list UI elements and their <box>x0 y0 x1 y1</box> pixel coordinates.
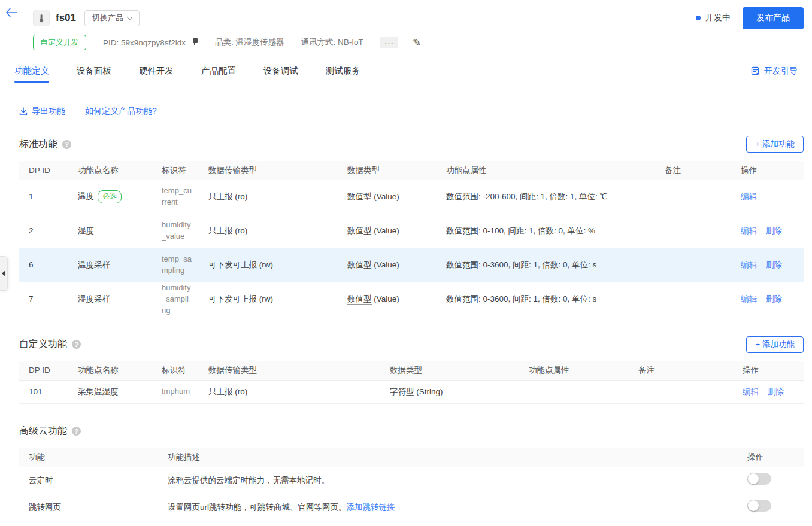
more-button[interactable]: ··· <box>380 37 398 48</box>
cell-actions: 编辑 <box>731 191 804 203</box>
cell-properties: 数值范围: 0-3600, 间距: 1, 倍数: 0, 单位: s <box>437 293 655 305</box>
help-icon[interactable]: ? <box>72 427 81 436</box>
cell-dp-id: 6 <box>19 259 68 271</box>
copy-icon[interactable] <box>190 38 198 47</box>
toggle-switch[interactable] <box>747 500 771 512</box>
product-thumbnail <box>33 10 50 26</box>
cell-dp-id: 2 <box>19 225 68 237</box>
table-row: 跳转网页 设置网页url跳转功能，可跳转商城、官网等网页。添加跳转链接 <box>19 494 804 521</box>
edit-link[interactable]: 编辑 <box>741 225 757 237</box>
column-header-actions: 操作 <box>733 364 804 376</box>
cell-actions: 编辑删除 <box>731 225 804 237</box>
export-function-link[interactable]: 导出功能 <box>19 106 65 117</box>
edit-link[interactable]: 编辑 <box>743 386 759 398</box>
download-icon <box>19 107 28 115</box>
toggle-switch[interactable] <box>747 473 771 485</box>
status-label: 开发中 <box>705 13 731 23</box>
cell-transfer-type: 可下发可上报 (rw) <box>199 259 338 271</box>
cell-actions: 编辑删除 <box>733 386 804 398</box>
tab-test-service[interactable]: 测试服务 <box>326 59 360 83</box>
howto-define-link[interactable]: 如何定义产品功能? <box>85 106 157 117</box>
cell-function-name: 温度采样 <box>68 259 152 271</box>
tab-hardware-dev[interactable]: 硬件开发 <box>139 59 174 83</box>
column-header-identifier: 标识符 <box>152 364 199 376</box>
cell-transfer-type: 只上报 (ro) <box>199 225 338 237</box>
cell-transfer-type: 只上报 (ro) <box>199 386 380 398</box>
cell-dp-id: 1 <box>19 191 68 203</box>
cloud-functions-section: 高级云功能 ? 功能 功能描述 操作 云定时 涂鸦云提供的云端定时能力，无需本地… <box>19 423 804 521</box>
back-button[interactable] <box>4 5 19 20</box>
switch-product-button[interactable]: 切换产品 <box>84 10 140 26</box>
column-header-datatype: 数据类型 <box>380 364 519 376</box>
add-redirect-link[interactable]: 添加跳转链接 <box>347 503 395 512</box>
cell-data-type: 数值型 (Value) <box>338 293 437 305</box>
status-dot-icon <box>696 16 701 20</box>
table-row: 2 湿度 humidity_value 只上报 (ro) 数值型 (Value)… <box>19 214 804 248</box>
arrow-left-icon <box>5 8 17 17</box>
table-row: 1 温度必选 temp_current 只上报 (ro) 数值型 (Value)… <box>19 180 804 214</box>
dev-mode-tag: 自定义开发 <box>33 35 86 50</box>
cell-data-type: 数值型 (Value) <box>338 191 437 203</box>
cell-actions: 编辑删除 <box>731 259 804 271</box>
dev-guide-link[interactable]: 开发引导 <box>751 66 798 77</box>
cell-data-type: 数值型 (Value) <box>338 259 437 271</box>
thermometer-icon <box>38 14 45 23</box>
cell-function-name: 湿度采样 <box>68 293 152 305</box>
chevron-down-icon <box>127 14 133 20</box>
delete-link[interactable]: 删除 <box>766 293 782 305</box>
tab-device-debug[interactable]: 设备调试 <box>263 59 298 83</box>
table-row: 云定时 涂鸦云提供的云端定时能力，无需本地记时。 <box>19 467 804 494</box>
guide-doc-icon <box>751 66 760 75</box>
column-header-actions: 操作 <box>738 451 804 463</box>
cell-properties: 数值范围: -200-600, 间距: 1, 倍数: 1, 单位: ℃ <box>437 191 655 203</box>
column-header-function: 功能 <box>19 451 158 463</box>
toggle-knob <box>748 500 759 511</box>
edit-link[interactable]: 编辑 <box>741 259 757 271</box>
cell-function: 跳转网页 <box>19 501 158 513</box>
product-name: fs01 <box>56 12 76 24</box>
tab-device-panel[interactable]: 设备面板 <box>77 59 111 83</box>
tab-function-definition[interactable]: 功能定义 <box>14 59 49 83</box>
tab-product-config[interactable]: 产品配置 <box>201 59 236 83</box>
delete-link[interactable]: 删除 <box>768 386 784 398</box>
table-header-row: DP ID 功能点名称 标识符 数据传输类型 数据类型 功能点属性 备注 操作 <box>19 161 804 180</box>
side-drawer-handle[interactable] <box>0 256 8 291</box>
tabs-bar: 功能定义设备面板硬件开发产品配置设备调试测试服务 开发引导 <box>0 59 812 83</box>
add-standard-function-button[interactable]: + 添加功能 <box>746 136 804 153</box>
cell-actions <box>738 473 804 488</box>
switch-product-label: 切换产品 <box>92 13 123 23</box>
publish-product-button[interactable]: 发布产品 <box>743 7 804 29</box>
edit-link[interactable]: 编辑 <box>741 293 757 305</box>
table-row: 7 湿度采样 humidity_sampling 可下发可上报 (rw) 数值型… <box>19 282 804 317</box>
column-header-remark: 备注 <box>655 165 731 177</box>
edit-link[interactable]: 编辑 <box>741 191 757 203</box>
column-header-transfer: 数据传输类型 <box>199 364 380 376</box>
delete-link[interactable]: 删除 <box>766 225 782 237</box>
help-icon[interactable]: ? <box>62 140 71 149</box>
product-category: 品类: 温湿度传感器 <box>215 37 284 48</box>
standard-functions-table: DP ID 功能点名称 标识符 数据传输类型 数据类型 功能点属性 备注 操作 … <box>19 161 804 317</box>
toggle-knob <box>748 473 759 484</box>
cell-identifier: humidity_sampling <box>152 282 199 317</box>
cell-data-type: 字符型 (String) <box>380 386 519 398</box>
dev-guide-label: 开发引导 <box>764 66 798 77</box>
column-header-props: 功能点属性 <box>519 364 629 376</box>
delete-link[interactable]: 删除 <box>766 259 782 271</box>
edit-pencil-icon[interactable]: ✎ <box>413 37 421 49</box>
cell-actions <box>738 500 804 515</box>
custom-functions-title: 自定义功能 <box>19 338 67 351</box>
pid-label: PID: 59x9nqzpy8sf2ldx <box>103 38 186 47</box>
column-header-transfer: 数据传输类型 <box>199 165 338 177</box>
column-header-props: 功能点属性 <box>437 165 655 177</box>
column-header-name: 功能点名称 <box>68 165 152 177</box>
add-custom-function-button[interactable]: + 添加功能 <box>746 336 804 353</box>
cell-function: 云定时 <box>19 475 158 487</box>
help-icon[interactable]: ? <box>72 340 81 349</box>
cell-transfer-type: 可下发可上报 (rw) <box>199 293 338 305</box>
custom-functions-table: DP ID 功能点名称 标识符 数据传输类型 数据类型 功能点属性 备注 操作 … <box>19 361 804 404</box>
table-row: 101 采集温湿度 tmphum 只上报 (ro) 字符型 (String) 编… <box>19 381 804 404</box>
column-header-dpid: DP ID <box>19 165 68 177</box>
cell-dp-id: 101 <box>19 386 68 398</box>
cell-identifier: tmphum <box>152 386 199 397</box>
cell-actions: 编辑删除 <box>731 293 804 305</box>
